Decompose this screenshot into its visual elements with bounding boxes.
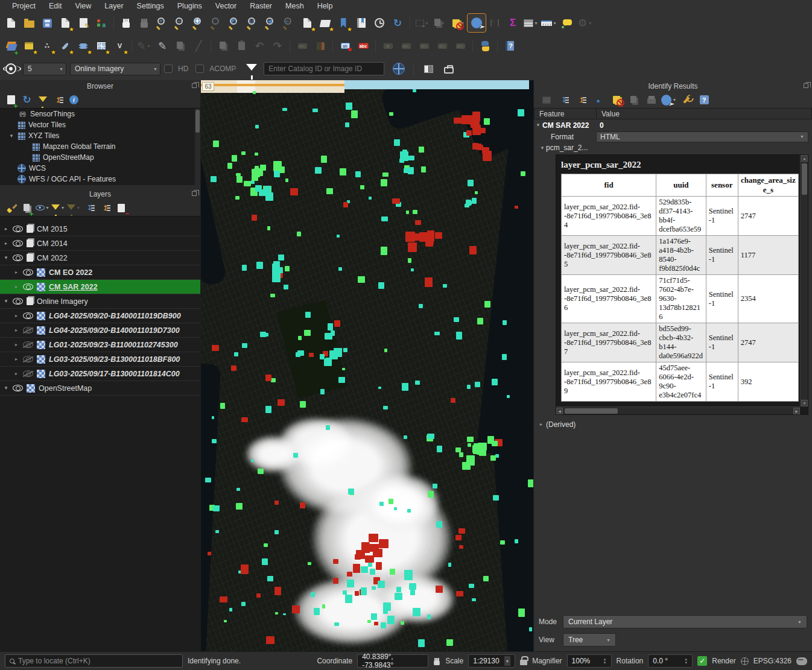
menu-layer[interactable]: Layer <box>98 1 129 11</box>
python-console-icon[interactable] <box>477 37 493 54</box>
browser-item-mapzen-global-terrain[interactable]: Mapzen Global Terrain <box>0 141 200 152</box>
format-select[interactable]: HTML▼ <box>596 131 808 142</box>
swipe-compare-icon[interactable] <box>420 60 437 77</box>
menu-edit[interactable]: Edit <box>43 1 68 11</box>
new-gpx-layer-icon[interactable]: V★ <box>111 37 128 54</box>
open-layer-styling-icon[interactable] <box>4 201 19 215</box>
add-selected-layers-icon[interactable]: ＋ <box>4 93 19 107</box>
menu-help[interactable]: Help <box>311 1 339 11</box>
layer-labeling-options-icon[interactable]: ab <box>337 37 354 54</box>
statistical-summary-icon[interactable]: Σ <box>504 14 521 31</box>
layer-diagram-options-icon[interactable]: abc <box>355 37 372 54</box>
zoom-full-extent-icon[interactable]: ✚ <box>190 14 207 31</box>
filter-browser-icon[interactable] <box>35 93 50 107</box>
mouse-position-icon[interactable] <box>434 660 440 665</box>
layer-item-cm-2022[interactable]: ▼CM 2022 <box>0 251 200 265</box>
coordinate-input[interactable]: 40.8389°, -73.9843° <box>357 654 428 668</box>
layer-item-lg04-2025-09-20-b1400011019db900[interactable]: ▸LG04-2025/09/20-B1400011019DB900 <box>0 309 200 323</box>
crs-status[interactable]: EPSG:4326 <box>753 657 791 665</box>
catalog-id-input[interactable]: Enter Catalog ID or Image ID <box>264 62 384 75</box>
menu-raster[interactable]: Raster <box>244 1 278 11</box>
new-shapefile-layer-icon[interactable]: ∴★ <box>39 37 56 54</box>
add-group-icon[interactable]: ＋ <box>19 201 34 215</box>
identify-features-icon[interactable] <box>468 14 485 31</box>
menu-vector[interactable]: Vector <box>209 1 243 11</box>
properties-widget-icon[interactable]: i <box>66 93 81 107</box>
horizontal-scrollbar[interactable]: ◀ ▶ <box>556 406 800 414</box>
menu-view[interactable]: View <box>69 1 97 11</box>
map-canvas[interactable]: 63 <box>201 80 533 651</box>
remove-layer-icon[interactable]: − <box>113 201 128 215</box>
map-tips-icon[interactable] <box>559 14 576 31</box>
browser-item-wfs-ogc-api-features[interactable]: WFS / OGC API - Features <box>0 174 200 185</box>
menu-mesh[interactable]: Mesh <box>279 1 310 11</box>
identify-mode-icon[interactable]: ▼ <box>661 93 677 107</box>
help-icon[interactable]: ? <box>696 93 712 107</box>
browser-item-sensorthings[interactable]: ((•))SensorThings <box>0 109 200 119</box>
view-select[interactable]: Tree▼ <box>563 633 616 646</box>
save-project-icon[interactable] <box>39 14 56 31</box>
new-temporary-scratch-layer-icon[interactable]: ★ <box>57 37 74 54</box>
undock-icon[interactable] <box>804 83 808 88</box>
layer-item-cm-eo-2022[interactable]: ▸CM EO 2022 <box>0 265 200 280</box>
imagery-source-select[interactable]: Online Imagery▼ <box>70 63 160 75</box>
filter-legend-icon[interactable]: ▼ <box>51 201 66 215</box>
new-spatial-bookmark-icon[interactable]: ★ <box>335 14 352 31</box>
measure-line-icon[interactable]: ▼ <box>541 14 557 31</box>
browser-scrollbar[interactable] <box>195 109 200 185</box>
show-spatial-bookmarks-icon[interactable] <box>353 14 370 31</box>
identify-layer-row[interactable]: ▼ pcm_sar_2... <box>534 142 812 153</box>
collapse-tree-icon[interactable] <box>574 93 589 107</box>
vertical-scrollbar[interactable]: ▲ ▼ <box>800 155 808 406</box>
new-print-layout-icon[interactable]: ★ <box>57 14 74 31</box>
messages-icon[interactable] <box>796 657 807 665</box>
magnifier-spinner[interactable]: 100%▲▼ <box>567 654 612 668</box>
layer-item-lg03-2025-09-23-b1300011018bf800[interactable]: ▸LG03-2025/09/23-B1300011018BF800 <box>0 352 200 367</box>
new-project-icon[interactable] <box>2 14 19 31</box>
globe-icon[interactable] <box>390 60 407 77</box>
menu-settings[interactable]: Settings <box>131 1 170 11</box>
identify-settings-icon[interactable] <box>679 93 694 107</box>
undock-icon[interactable] <box>192 191 197 196</box>
clear-results-icon[interactable] <box>609 93 624 107</box>
deselect-all-icon[interactable]: ▼ <box>450 14 467 31</box>
refresh-browser-icon[interactable]: ↻ <box>19 93 34 107</box>
zoom-in-icon[interactable]: + <box>154 14 171 31</box>
layer-item-cm-sar-2022[interactable]: ▸CM SAR 2022 <box>0 280 200 294</box>
collapse-all-icon[interactable] <box>51 93 66 107</box>
scale-select[interactable]: 1:29130▼ <box>468 654 515 668</box>
zoom-level-select[interactable]: 5▼ <box>23 63 66 75</box>
acomp-checkbox[interactable] <box>195 65 204 73</box>
image-basket-icon[interactable] <box>440 60 457 77</box>
browser-item-openstreetmap[interactable]: OpenStreetMap <box>0 152 200 163</box>
menu-plugins[interactable]: Plugins <box>171 1 208 11</box>
layer-item-lg04-2025-09-20-b1400011019d7300[interactable]: ▸LG04-2025/09/20-B1400011019D7300 <box>0 323 200 338</box>
data-source-manager-icon[interactable]: ＋ <box>2 37 19 54</box>
temporal-controller-icon[interactable] <box>371 14 388 31</box>
zoom-native-resolution-icon[interactable]: 1:1 <box>244 14 261 31</box>
mode-select[interactable]: Current Layer▼ <box>563 615 807 628</box>
new-3d-map-view-icon[interactable]: ★ <box>317 14 334 31</box>
new-map-view-icon[interactable]: ★ <box>299 14 316 31</box>
new-geopackage-layer-icon[interactable]: ★ <box>21 37 37 54</box>
expand-tree-icon[interactable] <box>556 93 572 107</box>
zoom-last-icon[interactable]: ◀ <box>262 14 279 31</box>
identify-feature-row[interactable]: ▼ CM SAR 2022 0 <box>534 119 812 131</box>
expand-new-results-icon[interactable] <box>591 93 607 107</box>
layer-item-lg01-2025-09-23-b110001102745300[interactable]: ▸LG01-2025/09/23-B110001102745300 <box>0 338 200 352</box>
toggle-editing-icon[interactable]: ✎ <box>154 37 171 54</box>
layer-item-openstreetmap[interactable]: ▼OpenStreetMap <box>0 381 200 396</box>
layer-item-online-imagery[interactable]: ▼Online Imagery <box>0 294 200 309</box>
layer-item-cm-2014[interactable]: ▸CM 2014 <box>0 236 200 251</box>
browser-item-wcs[interactable]: WCS <box>0 163 200 174</box>
layer-item-cm-2015[interactable]: ▸CM 2015 <box>0 222 200 236</box>
pan-map-icon[interactable] <box>118 14 135 31</box>
expand-all-icon[interactable] <box>82 201 97 215</box>
new-virtual-layer-icon[interactable]: ★ <box>75 37 92 54</box>
style-manager-icon[interactable] <box>93 14 110 31</box>
zoom-out-icon[interactable]: − <box>172 14 189 31</box>
imagery-filter-icon[interactable] <box>243 60 260 77</box>
show-layout-manager-icon[interactable] <box>75 14 92 31</box>
derived-row[interactable]: ▸ (Derived) <box>534 419 812 430</box>
browser-item-xyz-tiles[interactable]: ▼XYZ Tiles <box>0 130 200 141</box>
